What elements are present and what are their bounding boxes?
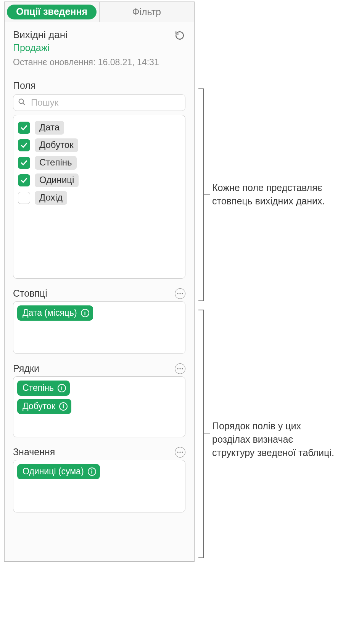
source-name[interactable]: Продажі bbox=[13, 42, 159, 53]
field-token-label: Одиниці (сума) bbox=[23, 466, 84, 477]
field-chip[interactable]: Степінь bbox=[35, 156, 77, 170]
svg-point-7 bbox=[182, 368, 183, 369]
tab-pivot-options[interactable]: Опції зведення bbox=[5, 2, 100, 22]
field-row[interactable]: Дата bbox=[17, 119, 181, 137]
field-token-label: Добуток bbox=[23, 401, 55, 411]
field-token[interactable]: Добутокi bbox=[17, 399, 71, 414]
info-icon[interactable]: i bbox=[59, 402, 68, 411]
columns-header: Стовпці bbox=[13, 288, 185, 299]
rows-dropzone[interactable]: СтепіньiДобутокi bbox=[13, 376, 185, 437]
field-token-label: Степінь bbox=[23, 383, 54, 393]
field-token-label: Дата (місяць) bbox=[23, 308, 77, 318]
refresh-icon bbox=[175, 31, 185, 40]
svg-point-2 bbox=[177, 293, 178, 294]
source-data-title: Вихідні дані bbox=[13, 29, 159, 41]
info-icon[interactable]: i bbox=[88, 467, 96, 476]
field-token[interactable]: Степіньi bbox=[17, 381, 70, 396]
field-checkbox[interactable] bbox=[18, 139, 30, 151]
svg-point-8 bbox=[177, 451, 178, 453]
field-checkbox[interactable] bbox=[18, 192, 30, 204]
tab-filter-label: Фільтр bbox=[132, 6, 161, 18]
columns-more-button[interactable] bbox=[175, 288, 185, 299]
fields-label: Поля bbox=[13, 80, 185, 91]
field-row[interactable]: Дохід bbox=[17, 189, 181, 207]
info-icon[interactable]: i bbox=[81, 309, 89, 317]
more-icon bbox=[177, 293, 183, 294]
refresh-button[interactable] bbox=[174, 30, 185, 41]
rows-title: Рядки bbox=[13, 363, 39, 374]
callout-line-zones bbox=[204, 434, 210, 434]
field-chip[interactable]: Дата bbox=[35, 121, 64, 135]
callout-text-zones: Порядок полів у цих розділах визначає ст… bbox=[212, 419, 338, 459]
field-row[interactable]: Одиниці bbox=[17, 172, 181, 189]
tab-pivot-options-label: Опції зведення bbox=[7, 5, 97, 19]
more-icon bbox=[177, 368, 183, 369]
pivot-options-panel: Опції зведення Фільтр Вихідні дані Прода… bbox=[4, 2, 195, 562]
svg-point-5 bbox=[177, 368, 178, 369]
callout-bracket-fields bbox=[198, 88, 204, 301]
field-checkbox[interactable] bbox=[18, 122, 30, 134]
svg-point-4 bbox=[182, 293, 183, 294]
svg-point-3 bbox=[179, 293, 180, 294]
callout-line-fields bbox=[204, 194, 210, 195]
svg-line-1 bbox=[23, 103, 24, 104]
callout-text-fields: Кожне поле представляє стовпець вихідних… bbox=[212, 181, 334, 208]
more-icon bbox=[177, 451, 183, 453]
values-header: Значення bbox=[13, 446, 185, 458]
values-title: Значення bbox=[13, 446, 55, 458]
fields-list[interactable]: ДатаДобутокСтепіньОдиниціДохід bbox=[13, 115, 185, 279]
search-icon bbox=[18, 98, 26, 108]
field-checkbox[interactable] bbox=[18, 157, 30, 169]
svg-point-6 bbox=[179, 368, 180, 369]
field-chip[interactable]: Добуток bbox=[35, 138, 78, 152]
values-dropzone[interactable]: Одиниці (сума)i bbox=[13, 460, 185, 512]
field-row[interactable]: Степінь bbox=[17, 154, 181, 172]
field-chip[interactable]: Одиниці bbox=[35, 173, 79, 187]
callout-bracket-zones bbox=[198, 310, 204, 558]
divider bbox=[13, 73, 185, 73]
svg-point-10 bbox=[182, 451, 183, 453]
search-wrap bbox=[13, 94, 185, 111]
columns-title: Стовпці bbox=[13, 288, 47, 299]
field-checkbox[interactable] bbox=[18, 174, 30, 186]
info-icon[interactable]: i bbox=[58, 384, 66, 392]
field-token[interactable]: Дата (місяць)i bbox=[17, 305, 93, 321]
source-header: Вихідні дані Продажі Останнє оновлення: … bbox=[13, 29, 185, 73]
source-updated: Останнє оновлення: 16.08.21, 14:31 bbox=[13, 57, 159, 67]
columns-dropzone[interactable]: Дата (місяць)i bbox=[13, 301, 185, 354]
fields-search-input[interactable] bbox=[13, 94, 185, 111]
tabs: Опції зведення Фільтр bbox=[5, 2, 194, 22]
field-token[interactable]: Одиниці (сума)i bbox=[17, 464, 100, 479]
panel-content: Вихідні дані Продажі Останнє оновлення: … bbox=[5, 22, 194, 561]
field-chip[interactable]: Дохід bbox=[35, 191, 67, 205]
field-row[interactable]: Добуток bbox=[17, 137, 181, 154]
svg-point-9 bbox=[179, 451, 180, 453]
tab-filter[interactable]: Фільтр bbox=[100, 2, 194, 22]
rows-more-button[interactable] bbox=[175, 363, 185, 374]
rows-header: Рядки bbox=[13, 363, 185, 374]
values-more-button[interactable] bbox=[175, 447, 185, 458]
